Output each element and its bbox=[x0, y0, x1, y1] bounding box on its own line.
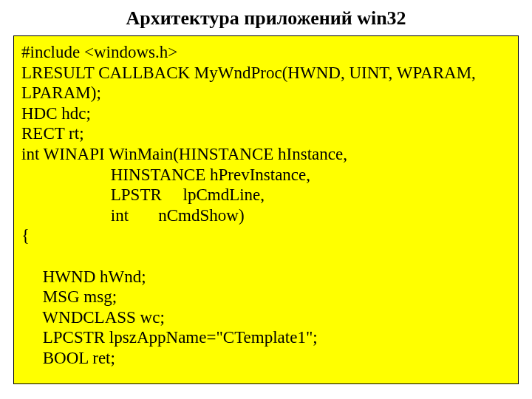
code-line: LPCSTR lpszAppName="CTemplate1"; bbox=[21, 327, 511, 348]
slide-title: Архитектура приложений win32 bbox=[0, 0, 532, 35]
slide: Архитектура приложений win32 #include <w… bbox=[0, 0, 532, 399]
code-line: int WINAPI WinMain(HINSTANCE hInstance, bbox=[21, 144, 511, 165]
code-line: BOOL ret; bbox=[21, 348, 511, 369]
code-line: int nCmdShow) bbox=[21, 205, 511, 226]
code-line: RECT rt; bbox=[21, 123, 511, 144]
code-line: { bbox=[21, 225, 511, 246]
code-box: #include <windows.h> LRESULT CALLBACK My… bbox=[13, 35, 519, 384]
code-line: HDC hdc; bbox=[21, 103, 511, 124]
code-line: LPSTR lpCmdLine, bbox=[21, 185, 511, 205]
code-line bbox=[21, 246, 511, 267]
code-line: LPARAM); bbox=[21, 83, 511, 103]
code-line: LRESULT CALLBACK MyWndProc(HWND, UINT, W… bbox=[21, 63, 511, 83]
code-line: WNDCLASS wc; bbox=[21, 307, 511, 328]
code-line: MSG msg; bbox=[21, 287, 511, 307]
code-line: #include <windows.h> bbox=[21, 42, 511, 63]
code-line: HINSTANCE hPrevInstance, bbox=[21, 165, 511, 185]
code-line: HWND hWnd; bbox=[21, 267, 511, 287]
